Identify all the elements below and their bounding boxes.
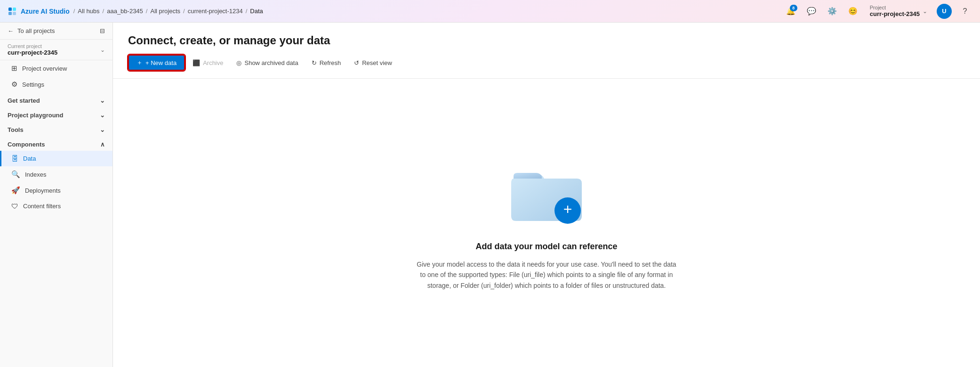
data-icon: 🗄 (11, 155, 18, 163)
sidebar-section-get-started-header[interactable]: Get started ⌄ (0, 92, 112, 107)
new-data-button[interactable]: ＋ + New data (128, 55, 185, 71)
deployments-icon: 🚀 (11, 186, 20, 195)
get-started-chevron-icon: ⌄ (100, 97, 105, 104)
empty-state-title: Add data your model can reference (475, 242, 617, 252)
notification-button[interactable]: 🔔 8 (783, 4, 798, 19)
breadcrumb-project[interactable]: current-project-1234 (188, 8, 243, 15)
sidebar-section-get-started: Get started ⌄ (0, 92, 112, 107)
svg-text:+: + (563, 201, 572, 218)
sidebar-section-playground-header[interactable]: Project playground ⌄ (0, 107, 112, 122)
topbar: Azure AI Studio / All hubs / aaa_bb-2345… (0, 0, 980, 23)
svg-rect-3 (13, 12, 16, 15)
sidebar-project-name: curr-project-2345 (8, 49, 57, 56)
sidebar-item-label: Content filters (23, 203, 61, 210)
svg-rect-2 (8, 12, 12, 15)
sidebar-item-label: Project overview (22, 65, 67, 72)
empty-state: + Add data your model can reference Give… (415, 155, 678, 291)
tools-chevron-icon: ⌄ (100, 126, 105, 133)
archive-button[interactable]: ⬛ Archive (187, 57, 229, 69)
sidebar: ← To all projects ⊟ Current project curr… (0, 23, 113, 367)
project-overview-icon: ⊞ (11, 64, 17, 73)
project-chevron-icon: ⌄ (923, 8, 927, 15)
reset-view-button[interactable]: ↺ Reset view (348, 57, 398, 69)
breadcrumb-all-projects[interactable]: All projects (150, 8, 180, 15)
settings-icon: ⚙ (11, 80, 17, 89)
back-to-all-projects[interactable]: ← To all projects ⊟ (0, 23, 112, 40)
sidebar-project-header: Current project curr-project-2345 ⌄ (0, 40, 112, 60)
sidebar-section-tools-header[interactable]: Tools ⌄ (0, 122, 112, 136)
svg-rect-0 (8, 8, 12, 11)
breadcrumb-hub[interactable]: aaa_bb-2345 (107, 8, 143, 15)
components-chevron-icon: ∧ (100, 141, 105, 148)
sidebar-item-settings[interactable]: ⚙ Settings (0, 76, 112, 92)
playground-chevron-icon: ⌄ (100, 112, 105, 119)
back-arrow-icon: ← (8, 27, 14, 34)
breadcrumb-current: Data (250, 8, 263, 15)
sidebar-item-label: Data (23, 155, 36, 162)
content-filters-icon: 🛡 (11, 202, 18, 210)
sidebar-item-content-filters[interactable]: 🛡 Content filters (0, 198, 112, 214)
breadcrumb-all-hubs[interactable]: All hubs (78, 8, 99, 15)
sidebar-project-label: Current project (8, 43, 57, 49)
app-name: Azure AI Studio (21, 8, 70, 15)
avatar[interactable]: U (937, 4, 952, 19)
show-archived-label: Show archived data (244, 59, 298, 66)
app-logo: Azure AI Studio (8, 7, 70, 16)
indexes-icon: 🔍 (11, 170, 20, 179)
reset-view-icon: ↺ (354, 59, 359, 66)
sidebar-section-tools: Tools ⌄ (0, 122, 112, 136)
content-header: Connect, create, or manage your data ＋ +… (113, 23, 980, 79)
show-archived-icon: ◎ (236, 59, 241, 66)
sidebar-section-project-playground: Project playground ⌄ (0, 107, 112, 122)
back-label: To all projects (17, 27, 55, 34)
project-label: Project (870, 5, 920, 10)
sidebar-item-project-overview[interactable]: ⊞ Project overview (0, 60, 112, 76)
refresh-label: Refresh (320, 59, 341, 66)
refresh-icon: ↻ (312, 59, 317, 66)
content-body: + Add data your model can reference Give… (113, 79, 980, 367)
archive-label: Archive (203, 59, 223, 66)
sidebar-item-label: Indexes (25, 171, 47, 178)
new-data-label: + New data (145, 59, 177, 66)
notification-badge: 8 (790, 5, 797, 11)
empty-state-description: Give your model access to the data it ne… (415, 259, 678, 291)
show-archived-button[interactable]: ◎ Show archived data (231, 57, 304, 69)
page-title: Connect, create, or manage your data (128, 34, 965, 47)
reset-view-label: Reset view (362, 59, 392, 66)
sidebar-item-label: Settings (22, 81, 44, 88)
help-button[interactable]: ? (957, 4, 972, 19)
sidebar-section-components: Components ∧ 🗄 Data 🔍 Indexes 🚀 Deployme… (0, 136, 112, 214)
chat-button[interactable]: 💬 (804, 4, 819, 19)
breadcrumb: / All hubs / aaa_bb-2345 / All projects … (73, 8, 783, 15)
sidebar-section-components-header[interactable]: Components ∧ (0, 136, 112, 151)
topbar-right: 🔔 8 💬 ⚙️ 😊 Project curr-project-2345 ⌄ U… (783, 3, 972, 19)
folder-illustration: + (504, 155, 589, 230)
sidebar-collapse-icon[interactable]: ⊟ (100, 27, 105, 34)
refresh-button[interactable]: ↻ Refresh (306, 57, 347, 69)
toolbar: ＋ + New data ⬛ Archive ◎ Show archived d… (128, 55, 965, 71)
sidebar-item-data[interactable]: 🗄 Data (0, 151, 112, 166)
sidebar-item-deployments[interactable]: 🚀 Deployments (0, 182, 112, 198)
sidebar-project-chevron-icon[interactable]: ⌄ (100, 47, 105, 53)
plus-icon: ＋ (137, 58, 143, 67)
content-area: Connect, create, or manage your data ＋ +… (113, 23, 980, 367)
svg-rect-1 (13, 8, 16, 11)
account-button[interactable]: 😊 (845, 4, 860, 19)
sidebar-item-label: Deployments (25, 187, 61, 194)
main-layout: ← To all projects ⊟ Current project curr… (0, 23, 980, 367)
project-selector[interactable]: Project curr-project-2345 ⌄ (866, 3, 931, 19)
sidebar-item-indexes[interactable]: 🔍 Indexes (0, 166, 112, 182)
settings-button[interactable]: ⚙️ (825, 4, 840, 19)
archive-icon: ⬛ (193, 59, 200, 66)
project-name: curr-project-2345 (870, 10, 920, 17)
sidebar-top-items: ⊞ Project overview ⚙ Settings (0, 60, 112, 92)
